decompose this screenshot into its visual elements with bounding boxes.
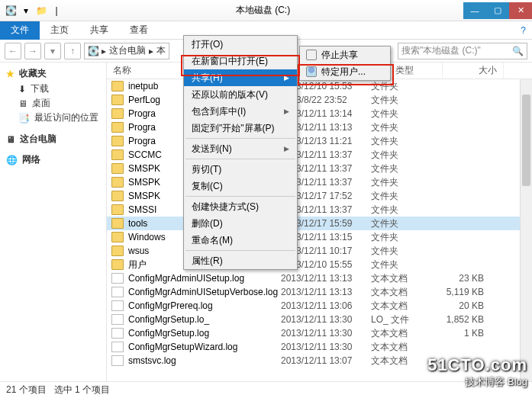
sub-specific-users[interactable]: 特定用户... xyxy=(300,63,390,80)
sidebar-network[interactable]: 🌐网络 xyxy=(6,153,100,166)
file-row[interactable]: Windows 2013/12/11 13:15 文件夹 xyxy=(107,230,532,244)
tab-view[interactable]: 查看 xyxy=(119,21,159,40)
file-type: LO_ 文件 xyxy=(371,313,424,326)
file-row[interactable]: smstsvc.log 2013/12/11 13:07 文本文档 xyxy=(107,354,532,368)
doc-icon xyxy=(111,314,124,325)
file-type: 文件夹 xyxy=(371,258,424,271)
file-row[interactable]: ConfigMgrAdminUISetup.log 2013/12/11 13:… xyxy=(107,271,532,285)
status-bar: 21 个项目 选中 1 个项目 xyxy=(0,381,532,398)
file-name: ConfigMgrSetupWizard.log xyxy=(128,342,281,352)
folder-icon xyxy=(111,232,124,242)
ctx-shortcut[interactable]: 创建快捷方式(S) xyxy=(184,198,297,215)
file-type: 文件夹 xyxy=(371,176,424,189)
tab-file[interactable]: 文件 xyxy=(0,21,40,40)
stop-share-icon xyxy=(306,50,317,60)
network-icon: 🌐 xyxy=(6,155,18,165)
minimize-button[interactable]: — xyxy=(463,2,486,19)
col-type[interactable]: 类型 xyxy=(389,63,443,79)
doc-icon xyxy=(111,355,124,366)
file-type: 文件夹 xyxy=(371,204,424,217)
tab-share[interactable]: 共享 xyxy=(79,21,119,40)
sidebar: ★收藏夹 ⬇下载 🖥桌面 📑最近访问的位置 🖥这台电脑 🌐网络 xyxy=(0,63,107,381)
file-row[interactable]: ConfigMgrAdminUISetupVerbose.log 2013/12… xyxy=(107,285,532,299)
maximize-button[interactable]: ▢ xyxy=(486,2,509,19)
history-button[interactable]: ▾ xyxy=(44,43,61,59)
file-row[interactable]: inetpub 2013/12/10 15:53 文件夹 xyxy=(107,79,532,93)
file-type: 文本文档 xyxy=(371,327,424,340)
search-input[interactable]: 搜索"本地磁盘 (C:)" 🔍 xyxy=(398,43,527,59)
breadcrumb[interactable]: 💽 ▸ 这台电脑 ▸ 本 xyxy=(84,43,169,59)
ctx-share[interactable]: 共享(H)▶ xyxy=(184,69,297,86)
star-icon: ★ xyxy=(6,69,15,79)
back-button[interactable]: ← xyxy=(5,43,21,59)
file-row[interactable]: ConfigMgrSetup.lo_ 2013/12/11 13:30 LO_ … xyxy=(107,313,532,326)
folder-icon xyxy=(111,122,124,133)
doc-icon xyxy=(111,287,124,297)
ctx-pin[interactable]: 固定到"开始"屏幕(P) xyxy=(184,120,297,136)
file-type: 文本文档 xyxy=(371,341,424,354)
forward-button[interactable]: → xyxy=(24,43,41,59)
file-type: 文件夹 xyxy=(371,135,424,148)
file-type: 文件夹 xyxy=(371,80,424,93)
help-icon[interactable]: ? xyxy=(514,25,532,36)
file-type: 文件夹 xyxy=(371,149,424,162)
file-list: 名称 修改日期 类型 大小 inetpub 2013/12/10 15:53 文… xyxy=(107,63,532,381)
sidebar-item-recent[interactable]: 📑最近访问的位置 xyxy=(6,111,100,125)
file-row[interactable]: wsus 2013/12/11 10:17 文件夹 xyxy=(107,244,532,258)
file-row[interactable]: SMSPK 2013/12/11 13:37 文件夹 xyxy=(107,162,532,175)
folder-icon xyxy=(111,246,124,256)
up-button[interactable]: ↑ xyxy=(64,43,81,59)
sidebar-item-desktop[interactable]: 🖥桌面 xyxy=(6,96,100,111)
file-row[interactable]: ConfigMgrSetup.log 2013/12/11 13:30 文本文档… xyxy=(107,326,532,340)
file-row[interactable]: SMSSI 2013/12/11 13:37 文件夹 xyxy=(107,203,532,217)
ctx-copy[interactable]: 复制(C) xyxy=(184,178,297,194)
ctx-sendto[interactable]: 发送到(N)▶ xyxy=(184,140,297,157)
file-row[interactable]: SCCMC 2013/12/11 13:37 文件夹 xyxy=(107,148,532,162)
file-date: 2013/12/11 13:30 xyxy=(281,314,371,325)
file-row[interactable]: SMSPK 2013/12/11 13:37 文件夹 xyxy=(107,175,532,189)
file-row[interactable]: ConfigMgrSetupWizard.log 2013/12/11 13:3… xyxy=(107,340,532,354)
ctx-open[interactable]: 打开(O) xyxy=(184,36,297,53)
search-icon: 🔍 xyxy=(512,46,524,56)
crumb-drive[interactable]: 本 xyxy=(156,44,166,57)
file-type: 文件夹 xyxy=(371,190,424,203)
window-title: 本地磁盘 (C:) xyxy=(63,4,463,17)
status-selected: 选中 1 个项目 xyxy=(54,384,110,396)
file-type: 文件夹 xyxy=(371,94,424,107)
col-size[interactable]: 大小 xyxy=(443,63,504,79)
sub-stop-share[interactable]: 停止共享 xyxy=(300,47,390,63)
file-row[interactable]: Progra 2013/12/11 13:13 文件夹 xyxy=(107,120,532,134)
tab-home[interactable]: 主页 xyxy=(40,21,79,40)
file-row[interactable]: SMSPK 2013/12/17 17:52 文件夹 xyxy=(107,189,532,203)
close-button[interactable]: ✕ xyxy=(509,2,532,19)
file-row[interactable]: ConfigMgrPrereq.log 2013/12/11 13:06 文本文… xyxy=(107,299,532,313)
ctx-cut[interactable]: 剪切(T) xyxy=(184,161,297,178)
ctx-rename[interactable]: 重命名(M) xyxy=(184,232,297,249)
separator xyxy=(185,196,295,197)
ctx-delete[interactable]: 删除(D) xyxy=(184,215,297,232)
chevron-right-icon: ▶ xyxy=(284,108,289,115)
ctx-open-new[interactable]: 在新窗口中打开(E) xyxy=(184,53,297,69)
dropdown-icon[interactable]: ▾ xyxy=(20,5,32,17)
scroll-thumb[interactable] xyxy=(522,95,530,186)
ctx-include[interactable]: 包含到库中(I)▶ xyxy=(184,103,297,120)
folder-icon xyxy=(111,163,124,174)
ctx-props[interactable]: 属性(R) xyxy=(184,252,297,269)
scrollbar[interactable] xyxy=(520,79,532,381)
ctx-restore[interactable]: 还原以前的版本(V) xyxy=(184,86,297,103)
file-type: 文件夹 xyxy=(371,245,424,258)
folder-icon xyxy=(111,81,124,91)
file-row[interactable]: Progra 2013/12/11 13:14 文件夹 xyxy=(107,107,532,120)
sidebar-thispc[interactable]: 🖥这台电脑 xyxy=(6,133,100,146)
file-name: ConfigMgrPrereq.log xyxy=(128,300,281,311)
file-row[interactable]: PerfLog 2013/8/22 23:52 文件夹 xyxy=(107,93,532,107)
sidebar-item-downloads[interactable]: ⬇下载 xyxy=(6,82,100,96)
doc-icon xyxy=(111,342,124,352)
crumb-pc[interactable]: 这台电脑 xyxy=(109,44,146,57)
file-type: 文件夹 xyxy=(371,217,424,230)
file-name: ConfigMgrAdminUISetup.log xyxy=(128,273,281,284)
file-row[interactable]: Progra 2013/12/13 11:21 文件夹 xyxy=(107,134,532,148)
file-row[interactable]: tools 2013/12/17 15:59 文件夹 xyxy=(107,217,532,230)
file-row[interactable]: 用户 2013/12/10 15:55 文件夹 xyxy=(107,258,532,271)
sidebar-favorites[interactable]: ★收藏夹 xyxy=(6,67,100,80)
